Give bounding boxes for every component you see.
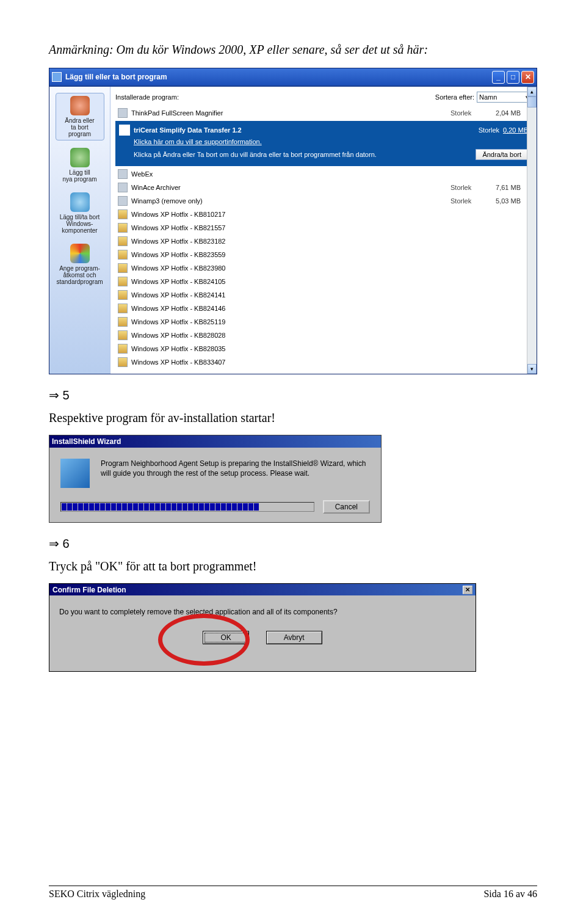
program-icon <box>118 236 128 246</box>
selected-size: 0,20 MB <box>503 126 528 134</box>
sidebar-label: Lägg till nya program <box>62 169 96 183</box>
program-icon <box>118 277 128 286</box>
program-row[interactable]: Windows XP Hotfix - KB810217 <box>115 208 532 221</box>
close-button[interactable]: ✕ <box>521 71 534 84</box>
scroll-down[interactable]: ▾ <box>527 364 537 374</box>
scroll-up[interactable]: ▴ <box>527 87 537 96</box>
program-row[interactable]: Windows XP Hotfix - KB833407 <box>115 355 532 369</box>
window-titlebar[interactable]: Lägg till eller ta bort program _ □ ✕ <box>49 68 537 87</box>
wizard-text: Program Neighborhood Agent Setup is prep… <box>101 459 370 488</box>
support-link[interactable]: Klicka här om du vill se supportinformat… <box>134 138 528 145</box>
program-row[interactable]: WebEx <box>115 167 532 181</box>
program-name: ThinkPad FullScreen Magnifier <box>131 109 450 117</box>
selected-name: triCerat Simplify Data Transfer 1.2 <box>134 126 242 134</box>
program-icon <box>118 183 128 192</box>
program-name: WebEx <box>131 170 521 178</box>
close-icon[interactable]: ✕ <box>463 586 472 594</box>
wizard-titlebar[interactable]: InstallShield Wizard <box>49 435 381 448</box>
scrollbar[interactable]: ▴ ▾ <box>527 87 537 374</box>
sort-label: Sortera efter: <box>435 93 474 101</box>
sidebar-defaults[interactable]: Ange program- åtkomst och standardprogra… <box>56 241 104 288</box>
program-icon <box>119 125 130 136</box>
add-remove-window: Lägg till eller ta bort program _ □ ✕ Än… <box>49 68 537 374</box>
program-icon <box>118 196 128 206</box>
programs-pane: Installerade program: Sortera efter: Nam… <box>110 87 537 374</box>
program-icon <box>118 209 128 219</box>
program-icon <box>118 317 128 327</box>
footer-left: SEKO Citrix vägledning <box>49 889 145 900</box>
sidebar-label: Ange program- åtkomst och standardprogra… <box>56 265 103 285</box>
minimize-button[interactable]: _ <box>492 71 505 84</box>
program-icon <box>118 357 128 367</box>
confirm-title: Confirm File Deletion <box>52 586 126 594</box>
program-name: Winamp3 (remove only) <box>131 197 450 205</box>
size-label: Storlek <box>450 109 487 117</box>
program-icon <box>118 290 128 300</box>
sidebar-add-new[interactable]: Lägg till nya program <box>56 145 104 185</box>
sidebar-change-remove[interactable]: Ändra eller ta bort program <box>56 93 104 140</box>
program-name: Windows XP Hotfix - KB828028 <box>131 332 521 339</box>
program-row[interactable]: Windows XP Hotfix - KB828035 <box>115 342 532 355</box>
program-row[interactable]: Windows XP Hotfix - KB823559 <box>115 248 532 261</box>
program-row[interactable]: Winamp3 (remove only)Storlek5,03 MB <box>115 194 532 208</box>
sort-select[interactable]: Namn▾ <box>477 92 532 103</box>
program-row[interactable]: Windows XP Hotfix - KB821557 <box>115 221 532 235</box>
ok-button[interactable]: OK <box>203 631 248 644</box>
sidebar-windows-components[interactable]: Lägg till/ta bort Windows- komponenter <box>56 190 104 236</box>
arrow-5: ⇒ 5 <box>49 388 537 402</box>
respektive-text: Respektive program för av-installation s… <box>49 411 537 425</box>
scroll-thumb[interactable] <box>527 96 537 107</box>
confirm-body: Do you want to completely remove the sel… <box>49 595 476 620</box>
program-icon <box>118 330 128 340</box>
program-icon <box>118 250 128 260</box>
program-name: Windows XP Hotfix - KB824146 <box>131 305 521 312</box>
program-row[interactable]: Windows XP Hotfix - KB824141 <box>115 288 532 302</box>
program-row[interactable]: Windows XP Hotfix - KB823182 <box>115 235 532 248</box>
cancel-button[interactable]: Cancel <box>323 500 370 514</box>
program-row[interactable]: Windows XP Hotfix - KB825119 <box>115 315 532 329</box>
program-row[interactable]: Windows XP Hotfix - KB824105 <box>115 275 532 288</box>
program-name: Windows XP Hotfix - KB821557 <box>131 224 521 231</box>
program-row[interactable]: Windows XP Hotfix - KB824146 <box>115 302 532 315</box>
intro-text: Anmärkning: Om du kör Windows 2000, XP e… <box>49 43 537 57</box>
program-name: Windows XP Hotfix - KB823182 <box>131 238 521 245</box>
window-icon <box>52 72 62 82</box>
page-footer: SEKO Citrix vägledning Sida 16 av 46 <box>49 886 537 900</box>
change-remove-button[interactable]: Ändra/ta bort <box>476 149 528 160</box>
program-row[interactable]: Windows XP Hotfix - KB823980 <box>115 261 532 275</box>
program-row[interactable]: ThinkPad FullScreen Magnifier Storlek 2,… <box>115 106 532 120</box>
size-label: Storlek <box>479 126 499 134</box>
installed-label: Installerade program: <box>115 93 179 101</box>
selected-program[interactable]: triCerat Simplify Data Transfer 1.2 Stor… <box>115 121 532 166</box>
sidebar-label: Lägg till/ta bort Windows- komponenter <box>60 214 100 234</box>
left-sidebar: Ändra eller ta bort program Lägg till ny… <box>49 87 110 374</box>
maximize-button[interactable]: □ <box>507 71 519 84</box>
program-name: Windows XP Hotfix - KB828035 <box>131 345 521 352</box>
program-icon <box>118 169 128 179</box>
program-size: 7,61 MB <box>487 184 521 191</box>
footer-right: Sida 16 av 46 <box>483 889 537 900</box>
program-name: Windows XP Hotfix - KB825119 <box>131 318 521 326</box>
program-name: Windows XP Hotfix - KB810217 <box>131 211 521 218</box>
progress-bar <box>60 502 314 512</box>
program-row[interactable]: WinAce ArchiverStorlek7,61 MB <box>115 181 532 194</box>
program-name: Windows XP Hotfix - KB823980 <box>131 264 521 272</box>
program-name: WinAce Archiver <box>131 184 450 191</box>
wizard-icon <box>60 459 90 488</box>
size-label: Storlek <box>450 197 487 205</box>
avbryt-button[interactable]: Avbryt <box>266 631 322 644</box>
program-name: Windows XP Hotfix - KB824105 <box>131 278 521 285</box>
installshield-wizard: InstallShield Wizard Program Neighborhoo… <box>49 435 382 523</box>
program-size: 2,04 MB <box>487 109 521 117</box>
confirm-titlebar[interactable]: Confirm File Deletion ✕ <box>49 584 476 595</box>
program-name: Windows XP Hotfix - KB833407 <box>131 358 521 366</box>
program-icon <box>118 108 128 118</box>
arrow-6: ⇒ 6 <box>49 536 537 551</box>
window-title: Lägg till eller ta bort program <box>65 73 167 81</box>
program-icon <box>118 344 128 354</box>
sidebar-label: Ändra eller ta bort program <box>65 117 94 137</box>
program-row[interactable]: Windows XP Hotfix - KB828028 <box>115 329 532 342</box>
program-icon <box>118 223 128 233</box>
program-name: Windows XP Hotfix - KB823559 <box>131 251 521 258</box>
program-icon <box>118 304 128 313</box>
